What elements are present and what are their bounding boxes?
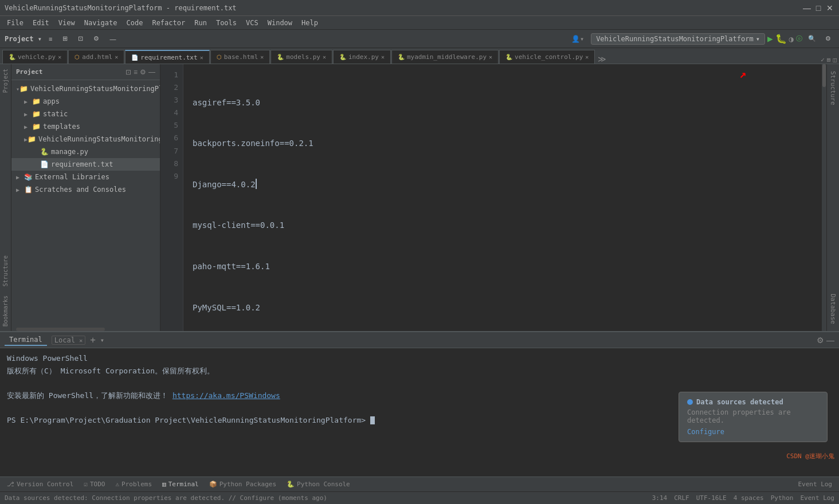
local-tab-close[interactable]: ✕ [79, 337, 83, 344]
terminal-settings-btn[interactable]: ⚙ [817, 336, 824, 345]
tab-models-py[interactable]: 🐍 models.py ✕ [270, 50, 332, 64]
toolbar-btn-settings[interactable]: ⚙ [90, 34, 103, 44]
python-console-icon: 🐍 [287, 481, 295, 488]
profile-button[interactable]: ◑ [789, 34, 794, 44]
maximize-button[interactable]: □ [814, 3, 823, 13]
tree-project-subfolder[interactable]: ▶ 📁 VehicleRunningStatusMonitoringPlatfo… [11, 133, 160, 145]
terminal-dropdown-btn[interactable]: ▾ [100, 336, 104, 344]
debug-button[interactable]: 🐛 [775, 33, 787, 44]
local-tab[interactable]: Local ✕ [52, 336, 85, 345]
line-endings[interactable]: CRLF [674, 494, 689, 502]
toolbar-btn-1[interactable]: ≡ [45, 34, 56, 44]
sidebar-minimize-btn[interactable]: — [148, 68, 155, 76]
tab-close-vehicle-ctrl[interactable]: ✕ [585, 54, 589, 60]
sidebar-settings-btn[interactable]: ⚙ [140, 68, 146, 76]
structure-panel-label[interactable]: Structure [0, 251, 11, 291]
tab-base-html[interactable]: ⬡ base.html ✕ [210, 50, 270, 64]
menu-navigate[interactable]: Navigate [80, 18, 122, 28]
tab-myadmin-middleware[interactable]: 🐍 myadmin_middleware.py ✕ [391, 50, 499, 64]
cursor-position[interactable]: 3:14 [652, 494, 668, 502]
tree-requirement-txt[interactable]: ▶ 📄 requirement.txt [11, 158, 160, 171]
status-bar: Data sources detected: Connection proper… [0, 491, 839, 504]
tab-close-models[interactable]: ✕ [323, 54, 326, 60]
indent-style[interactable]: 4 spaces [734, 494, 764, 502]
menu-view[interactable]: View [54, 18, 80, 28]
code-line-6: PyMySQL==1.0.2 [193, 301, 817, 315]
tree-scratches[interactable]: ▶ 📋 Scratches and Consoles [11, 183, 160, 196]
run-config-label: VehicleRunningStatusMonitoringPlatform [596, 35, 754, 43]
tab-vehicle-py[interactable]: 🐍 vehicle.py ✕ [2, 50, 68, 64]
editor-scrollbar-thumb[interactable] [822, 64, 826, 87]
encoding[interactable]: UTF-16LE [696, 494, 727, 502]
tab-vehicle-control[interactable]: 🐍 vehicle_control.py ✕ [499, 50, 595, 64]
project-panel-label[interactable]: Project [0, 64, 11, 97]
tab-close-index[interactable]: ✕ [381, 54, 385, 60]
bottom-tab-version-control[interactable]: ⎇ Version Control [2, 479, 78, 489]
sidebar-title: Project [16, 68, 42, 76]
tree-manage-py[interactable]: ▶ 🐍 manage.py [11, 145, 160, 158]
tab-close-vehicle[interactable]: ✕ [58, 54, 61, 60]
tab-add-html[interactable]: ⬡ add.html ✕ [68, 50, 124, 64]
tree-external-libs[interactable]: ▶ 📚 External Libraries [11, 171, 160, 183]
structure-panel-tab[interactable]: Structure [827, 64, 839, 112]
run-button[interactable]: ▶ [767, 33, 773, 44]
tree-static[interactable]: ▶ 📁 static [11, 108, 160, 120]
editor-scrollbar[interactable] [822, 64, 826, 331]
bottom-tab-event-log[interactable]: Event Log [793, 479, 837, 489]
tab-requirement-txt[interactable]: 📄 requirement.txt ✕ [125, 50, 209, 64]
tab-close-base[interactable]: ✕ [260, 54, 264, 60]
bottom-tab-python-packages[interactable]: 📦 Python Packages [205, 479, 281, 489]
bottom-tab-todo[interactable]: ☑ TODO [79, 479, 109, 489]
terminal-minimize-btn[interactable]: — [826, 336, 834, 345]
menu-code[interactable]: Code [122, 18, 148, 28]
tab-index-py[interactable]: 🐍 index.py ✕ [333, 50, 391, 64]
tab-close-requirement[interactable]: ✕ [200, 54, 203, 61]
terminal-content[interactable]: Windows PowerShell 版权所有（C） Microsoft Cor… [0, 348, 839, 477]
bookmarks-panel-label[interactable]: Bookmarks [0, 291, 11, 331]
tab-close-myadmin[interactable]: ✕ [489, 54, 492, 60]
menu-file[interactable]: File [2, 18, 28, 28]
toolbar-btn-3[interactable]: ⊡ [75, 34, 87, 44]
code-content[interactable]: asgiref==3.5.0 backports.zoneinfo==0.2.1… [183, 64, 826, 331]
database-panel-tab[interactable]: Database [827, 287, 839, 331]
run-configuration[interactable]: VehicleRunningStatusMonitoringPlatform ▾ [591, 33, 765, 45]
tree-root[interactable]: ▾ 📁 VehicleRunningStatusMonitoringPlatfo… [11, 82, 160, 95]
user-icon[interactable]: 👤▾ [571, 35, 584, 43]
project-label[interactable]: Project ▾ [5, 35, 42, 43]
editor-ctrl-checkmark[interactable]: ✓ [821, 56, 825, 64]
menu-refactor[interactable]: Refactor [147, 18, 190, 28]
close-button[interactable]: ✕ [825, 3, 834, 13]
menu-vcs[interactable]: VCS [241, 18, 263, 28]
menu-window[interactable]: Window [263, 18, 297, 28]
toolbar-btn-2[interactable]: ⊞ [59, 34, 71, 44]
bottom-tab-terminal[interactable]: ▥ Terminal [158, 479, 203, 489]
tree-apps[interactable]: ▶ 📁 apps [11, 95, 160, 108]
menu-run[interactable]: Run [190, 18, 211, 28]
more-tabs-button[interactable]: ≫ [598, 54, 606, 64]
event-log-status[interactable]: Event Log [800, 494, 834, 502]
language[interactable]: Python [771, 494, 794, 502]
menu-edit[interactable]: Edit [28, 18, 54, 28]
tree-templates[interactable]: ▶ 📁 templates [11, 120, 160, 133]
terminal-upgrade-link[interactable]: https://aka.ms/PSWindows [172, 391, 280, 400]
add-terminal-btn[interactable]: + [90, 334, 96, 345]
terminal-tab-label[interactable]: Terminal [5, 334, 47, 346]
folder-icon-templates: 📁 [32, 123, 41, 131]
toolbar-settings2[interactable]: ⚙ [822, 34, 834, 44]
toolbar-btn-minus[interactable]: — [106, 34, 119, 44]
bottom-tab-python-console[interactable]: 🐍 Python Console [282, 479, 355, 489]
toolbar-search[interactable]: 🔍 [805, 34, 820, 44]
coverage-button[interactable]: ⦾ [796, 34, 802, 44]
menu-help[interactable]: Help [297, 18, 323, 28]
sidebar-collapse-btn[interactable]: ⊡ [126, 68, 131, 76]
bottom-tab-problems[interactable]: ⚠ Problems [111, 479, 156, 489]
code-editor[interactable]: ↗ 1 2 3 4 5 6 7 8 9 asgiref==3.5.0 backp… [160, 64, 826, 331]
notification-configure-link[interactable]: Configure [687, 428, 724, 436]
minimize-button[interactable]: — [802, 3, 811, 13]
tab-close-add[interactable]: ✕ [115, 54, 118, 60]
editor-ctrl-side[interactable]: ◫ [833, 56, 837, 64]
editor-ctrl-expand[interactable]: ⊞ [827, 56, 831, 64]
sidebar-filter-btn[interactable]: ≡ [134, 68, 138, 76]
tab-icon-myadmin: 🐍 [398, 54, 405, 60]
menu-tools[interactable]: Tools [211, 18, 241, 28]
